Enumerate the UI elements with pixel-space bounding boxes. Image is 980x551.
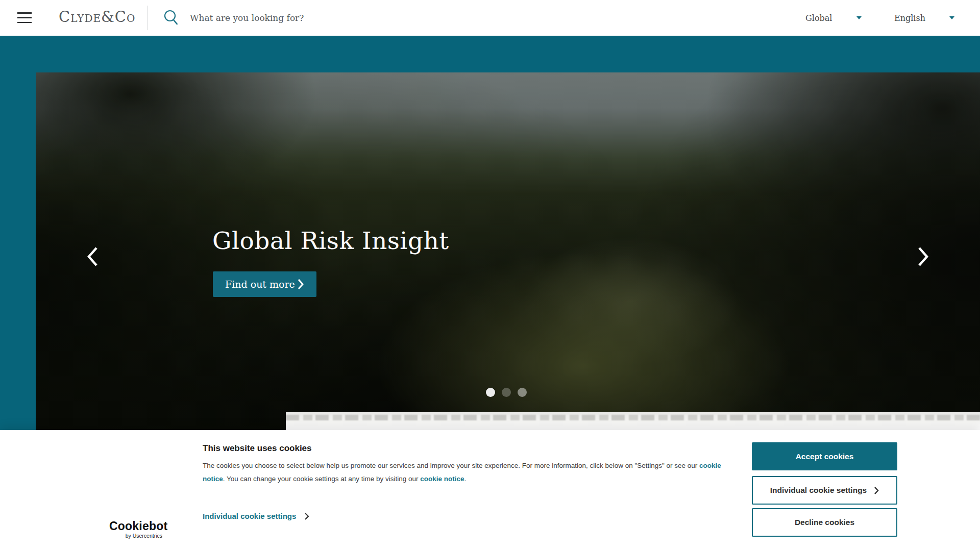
hero-cta-label: Find out more — [225, 279, 295, 290]
individual-button-label: Individual cookie settings — [770, 486, 867, 495]
menu-button[interactable] — [17, 12, 32, 23]
cookie-description: The cookies you choose to select below h… — [203, 459, 724, 486]
page: Clyde&Co Global English — [0, 0, 980, 551]
cookie-heading: This website uses cookies — [203, 443, 312, 454]
cookie-consent-banner: This website uses cookies The cookies yo… — [0, 430, 980, 551]
cookie-text-part: The cookies you choose to select below h… — [203, 462, 699, 469]
chevron-right-icon — [917, 246, 929, 267]
chevron-left-icon — [86, 246, 99, 267]
next-section-blurred-text — [286, 415, 980, 420]
individual-cookie-settings-label: Individual cookie settings — [203, 512, 296, 520]
individual-cookie-settings-button[interactable]: Individual cookie settings — [752, 476, 897, 505]
site-search — [163, 7, 455, 29]
search-icon[interactable] — [163, 10, 179, 26]
brand-logo[interactable]: Clyde&Co — [59, 8, 135, 26]
cookie-text-part: . — [464, 475, 467, 483]
carousel-dot-2[interactable] — [502, 388, 511, 397]
region-selector[interactable]: Global — [805, 0, 862, 36]
language-selector-value: English — [894, 13, 925, 23]
hamburger-icon — [17, 22, 32, 23]
top-nav: Clyde&Co Global English — [0, 0, 980, 36]
hero-cta-button[interactable]: Find out more — [213, 271, 316, 297]
carousel-dot-1[interactable] — [486, 388, 495, 397]
carousel-pagination — [486, 388, 527, 397]
region-selector-value: Global — [805, 13, 832, 23]
carousel-next-button[interactable] — [912, 245, 935, 268]
hero-title: Global Risk Insight — [212, 227, 449, 255]
individual-cookie-settings-link[interactable]: Individual cookie settings — [203, 512, 309, 520]
cookie-text-part: . You can change your cookie settings at… — [223, 475, 420, 483]
carousel-prev-button[interactable] — [81, 245, 104, 268]
chevron-right-icon — [304, 512, 309, 520]
caret-down-icon — [856, 16, 862, 19]
hamburger-icon — [17, 12, 32, 14]
header-divider — [148, 6, 148, 30]
cookiebot-logo[interactable]: Cookiebot by Usercentrics — [109, 520, 162, 539]
language-selector[interactable]: English — [894, 0, 954, 36]
next-section-peek — [286, 412, 980, 430]
hero-slide-image — [36, 72, 980, 430]
chevron-right-icon — [874, 486, 879, 495]
cookie-notice-link-2[interactable]: cookie notice — [420, 475, 464, 483]
accept-cookies-button[interactable]: Accept cookies — [752, 442, 897, 470]
decline-cookies-button[interactable]: Decline cookies — [752, 508, 897, 537]
caret-down-icon — [949, 16, 954, 19]
cookiebot-wordmark: Cookiebot — [109, 520, 162, 532]
chevron-right-icon — [297, 279, 304, 290]
cookiebot-byline: by Usercentrics — [109, 533, 162, 539]
hamburger-icon — [17, 17, 32, 18]
carousel-dot-3[interactable] — [518, 388, 527, 397]
search-input[interactable] — [190, 13, 455, 23]
